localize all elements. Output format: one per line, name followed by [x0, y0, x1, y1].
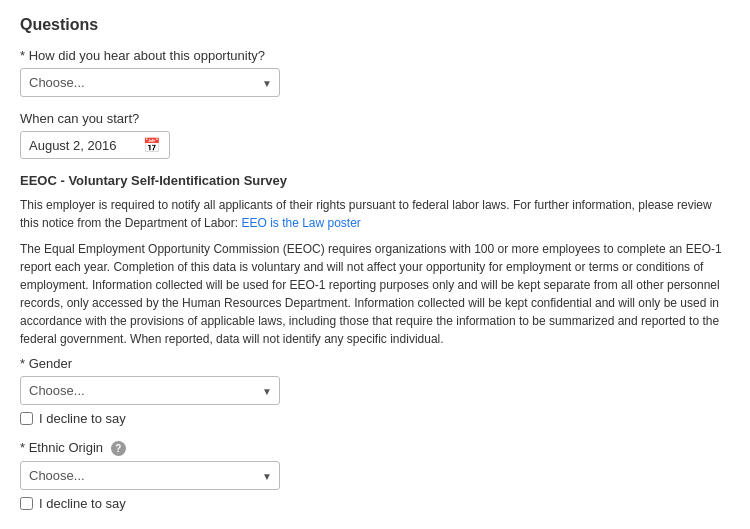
how-hear-select-wrapper: Choose... Job Board LinkedIn Company Web… [20, 68, 280, 97]
ethnic-decline-row: I decline to say [20, 496, 730, 511]
when-start-date-wrapper[interactable]: August 2, 2016 📅 [20, 131, 170, 159]
when-start-label: When can you start? [20, 111, 730, 126]
eeoc-title: EEOC - Voluntary Self-Identification Sur… [20, 173, 730, 188]
ethnic-origin-select-wrapper: Choose... Hispanic or Latino White Black… [20, 461, 280, 490]
eeoc-section: EEOC - Voluntary Self-Identification Sur… [20, 173, 730, 511]
eeoc-paragraph1: This employer is required to notify all … [20, 196, 730, 232]
ethnic-origin-select[interactable]: Choose... Hispanic or Latino White Black… [20, 461, 280, 490]
gender-label: * Gender [20, 356, 730, 371]
eeoc-paragraph2: The Equal Employment Opportunity Commiss… [20, 240, 730, 348]
when-start-input[interactable]: August 2, 2016 [29, 138, 139, 153]
ethnic-decline-label: I decline to say [39, 496, 126, 511]
eeoc-law-link[interactable]: EEO is the Law poster [241, 216, 360, 230]
ethnic-origin-field: * Ethnic Origin ? Choose... Hispanic or … [20, 440, 730, 511]
eeoc-paragraph1-text: This employer is required to notify all … [20, 198, 712, 230]
ethnic-info-icon[interactable]: ? [111, 441, 126, 456]
gender-select-wrapper: Choose... Male Female Non-Binary Prefer … [20, 376, 280, 405]
ethnic-decline-checkbox[interactable] [20, 497, 33, 510]
gender-decline-checkbox[interactable] [20, 412, 33, 425]
ethnic-origin-label-text: * Ethnic Origin [20, 440, 103, 455]
when-start-field: When can you start? August 2, 2016 📅 [20, 111, 730, 159]
gender-decline-row: I decline to say [20, 411, 730, 426]
how-hear-field: * How did you hear about this opportunit… [20, 48, 730, 97]
gender-decline-label: I decline to say [39, 411, 126, 426]
calendar-icon: 📅 [143, 137, 160, 153]
gender-select[interactable]: Choose... Male Female Non-Binary Prefer … [20, 376, 280, 405]
how-hear-label: * How did you hear about this opportunit… [20, 48, 730, 63]
page-title: Questions [20, 16, 730, 34]
ethnic-origin-label: * Ethnic Origin ? [20, 440, 730, 456]
gender-field: * Gender Choose... Male Female Non-Binar… [20, 356, 730, 426]
how-hear-select[interactable]: Choose... Job Board LinkedIn Company Web… [20, 68, 280, 97]
